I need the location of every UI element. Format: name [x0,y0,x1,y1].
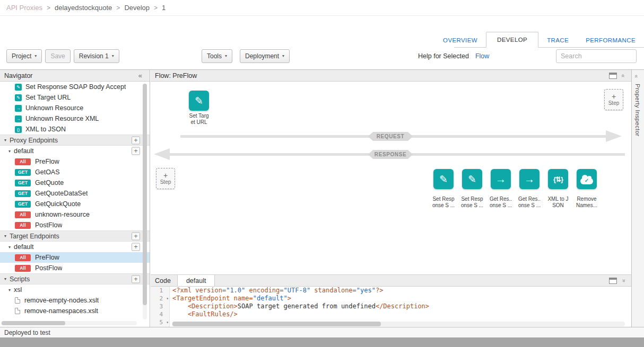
status-text: Deployed to test [4,329,50,336]
add-button[interactable]: + [132,147,140,155]
save-button[interactable]: Save [45,49,70,63]
collapse-navigator-icon[interactable]: « [138,72,145,79]
nav-flow-getoas[interactable]: GETGetOAS [0,167,150,177]
breadcrumb-item-develop[interactable]: Develop [124,4,150,12]
nav-flow-preflow[interactable]: AllPreFlow [0,252,150,263]
deployment-button[interactable]: Deployment ▾ [240,49,290,63]
nav-label: xsl [14,286,22,293]
method-badge: All [15,222,31,229]
help-flow-link[interactable]: Flow [475,52,489,60]
navigator-list: ✎Set Response SOAP Body Accept✎Set Targe… [0,82,150,327]
code-editor[interactable]: 12▾345▾ <?xml version="1.0" encoding="UT… [151,287,631,327]
nav-file-remove-empty-nodes-xslt[interactable]: remove-empty-nodes.xslt [0,295,150,306]
flow-step-set-targ-et-url[interactable]: ✎ [189,91,209,111]
nav-section-proxy-endpoints[interactable]: ▾Proxy Endpoints+ [0,135,150,146]
nav-flow-getquote[interactable]: GETGetQuote [0,177,150,188]
code-token: > [288,295,291,302]
bottom-strip [0,337,644,347]
add-step-button[interactable]: + Step [604,89,623,110]
nav-flow-unknown-resource[interactable]: Allunknown-resource [0,209,150,220]
line-number: 2 [159,295,163,302]
method-badge: GET [15,169,31,176]
tools-button[interactable]: Tools ▾ [202,49,232,63]
breadcrumb-item-delayedstockquote[interactable]: delayedstockquote [55,4,112,12]
search-input[interactable] [556,49,637,63]
nav-section-scripts[interactable]: ▾Scripts+ [0,273,150,284]
navigator-horizontal-scrollbar[interactable] [1,321,137,325]
nav-section-target-endpoints[interactable]: ▾Target Endpoints+ [0,230,150,242]
code-tab-default[interactable]: default [177,275,215,286]
revision-button[interactable]: Revision 1 ▾ [74,49,119,63]
add-button[interactable]: + [132,232,140,240]
tab-overview[interactable]: OVERVIEW [434,33,486,47]
gutter-line: 5▾ [151,318,169,326]
code-horizontal-scrollbar[interactable] [172,322,625,326]
add-button[interactable]: + [132,275,140,283]
arrow-icon: → [15,115,22,122]
deployment-button-label: Deployment [245,52,279,60]
line-number: 1 [159,287,163,294]
code-token: ?> [376,287,383,294]
tab-performance[interactable]: PERFORMANCE [577,33,644,47]
nav-policy-set-target-url[interactable]: ✎Set Target URL [0,92,150,103]
toolbar-middle-group: Tools ▾ Deployment ▾ [202,49,290,63]
step-label-line: XML to J [543,196,573,202]
response-label: RESPONSE [368,150,413,159]
property-inspector-strip[interactable]: « Property Inspector [631,70,644,327]
expand-property-inspector-icon[interactable]: « [633,75,640,78]
nav-policy-xml-to-json[interactable]: {}XML to JSON [0,124,150,135]
nav-flow-postflow[interactable]: AllPostFlow [0,263,150,273]
fold-toggle-icon[interactable]: ▾ [166,320,169,325]
nav-flow-getquickquote[interactable]: GETGetQuickQuote [0,199,150,209]
breadcrumb-item-1[interactable]: 1 [162,4,166,12]
nav-group-default[interactable]: ▾default+ [0,242,150,252]
nav-group-default[interactable]: ▾default+ [0,146,150,156]
flow-header: Flow: PreFlow « [151,70,631,82]
tab-trace[interactable]: TRACE [538,33,577,47]
step-label-line: Get Res.. [514,196,545,202]
fold-toggle-icon[interactable]: ▾ [166,296,169,301]
code-token: <Description> [172,302,238,310]
flow-step-xml-to-j-son[interactable]: {⇅} [548,169,568,189]
flow-step-set-resp-onse-s[interactable]: ✎ [462,169,482,189]
response-arrow-icon [154,148,170,160]
nav-flow-getquotedataset[interactable]: GETGetQuoteDataSet [0,188,150,199]
nav-label: GetQuickQuote [35,200,81,208]
flow-step-remove-names[interactable]: ✓ [577,169,597,189]
nav-flow-postflow[interactable]: AllPostFlow [0,220,150,230]
project-button[interactable]: Project ▾ [6,49,42,63]
breadcrumb-item-api-proxies[interactable]: API Proxies [6,4,42,12]
add-button[interactable]: + [132,136,140,144]
navigator-vertical-scrollbar[interactable] [143,84,147,319]
arrow-icon: → [15,105,22,112]
help-for-selected-label: Help for Selected [418,52,469,60]
scrollbar-thumb[interactable] [2,321,65,325]
navigator-title: Navigator [4,72,33,79]
request-label: REQUEST [368,132,413,141]
nav-file-remove-namespaces-xslt[interactable]: remove-namespaces.xslt [0,306,150,316]
gutter-line: 4 [151,310,169,318]
nav-label: Target Endpoints [10,233,59,240]
flow-step-get-res-onse-s[interactable]: → [491,169,511,189]
toggle-panel-icon[interactable] [609,73,617,79]
nav-flow-preflow[interactable]: AllPreFlow [0,156,150,167]
collapse-panel-up-icon[interactable]: « [620,74,626,77]
nav-policy-unknown-resource[interactable]: →Unknown Resource [0,103,150,113]
collapse-panel-down-icon[interactable]: « [620,279,626,282]
nav-policy-set-response-soap-body-accept[interactable]: ✎Set Response SOAP Body Accept [0,82,150,92]
nav-label: Set Target URL [25,94,71,101]
scrollbar-thumb[interactable] [172,322,381,326]
pencil-icon: ✎ [15,84,22,91]
add-step-button[interactable]: + Step [156,168,175,189]
nav-policy-unknown-resource-xml[interactable]: →Unknown Resource XML [0,113,150,124]
flow-step-get-res-onse-s[interactable]: → [519,169,539,189]
nav-group-xsl[interactable]: ▾xsl [0,284,150,295]
step-label-line: Set Resp [457,196,488,202]
flow-step-set-resp-onse-s[interactable]: ✎ [433,169,454,189]
toggle-panel-icon[interactable] [609,278,617,284]
tab-develop[interactable]: DEVELOP [486,32,538,48]
line-number: 4 [159,311,163,318]
scrollbar-thumb[interactable] [143,84,147,305]
braces-icon: {⇅} [553,176,563,183]
add-button[interactable]: + [132,243,140,251]
